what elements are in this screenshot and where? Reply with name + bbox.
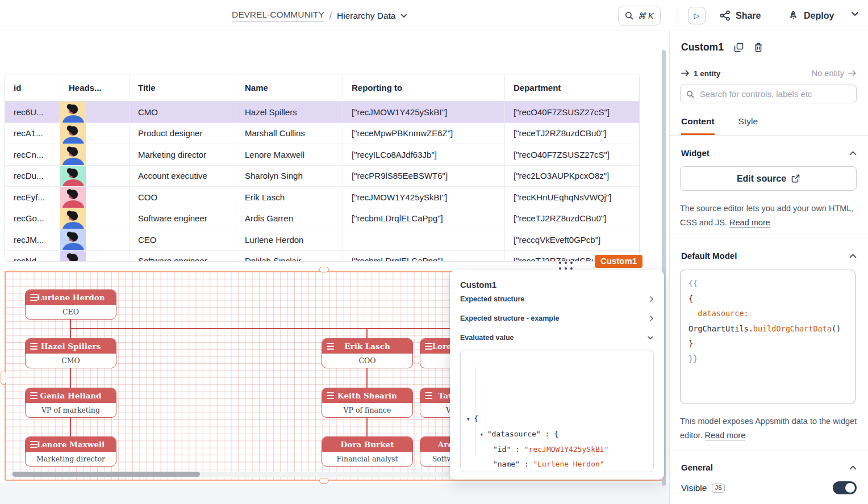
cell-title: Product designer [130,123,236,144]
org-node-name: Hazel Spillers [26,339,116,354]
table-row[interactable]: recCn...Marketing directorLenore Maxwell… [5,144,639,166]
org-node[interactable]: Genia HellandVP of marketing [25,388,116,418]
deploy-label: Deploy [804,11,834,21]
default-model-code-editor[interactable]: {{{ datasource:OrgChartUtils.buildOrgCha… [680,270,856,404]
avatar [60,166,86,187]
read-more-link[interactable]: Read more [729,218,770,228]
chevron-up-icon[interactable] [849,254,857,258]
tab-content[interactable]: Content [681,116,715,135]
column-header-department[interactable]: Department [505,74,640,101]
org-node[interactable]: Erik LaschCOO [322,338,413,368]
share-icon [720,10,731,21]
external-link-icon [791,174,800,183]
cell-department: ["recO40F7ZSUSZ27cS"] [505,102,640,123]
menu-icon[interactable] [425,392,432,399]
expected-structure-example-row[interactable]: Expected structure - example [460,309,654,328]
code-token [688,309,698,318]
edit-source-button[interactable]: Edit source [680,166,857,191]
resize-handle-top[interactable] [319,267,329,272]
top-header: DEVREL-COMMUNITY / Hierarchy Data ⌘ K ▷ … [0,0,868,31]
visible-toggle[interactable] [833,481,857,494]
code-token: datasource: [698,309,748,318]
table-row[interactable]: recEyf...COOErik Lasch["recJMOW1Y425ySkB… [5,187,639,208]
node-name-label: Keith Shearin [337,391,397,400]
breadcrumb-separator: / [329,11,332,21]
property-search-input[interactable] [699,89,850,99]
expand-arrow-icon[interactable]: ▾ [466,415,474,423]
prev-entity-nav[interactable]: 1 entity [681,69,720,78]
resize-handle-bottom[interactable] [319,478,329,484]
default-model-description: This model exposes Appsmith data to the … [680,414,859,443]
code-line: } [688,336,847,351]
menu-icon[interactable] [425,343,432,350]
resize-handle-left[interactable] [1,371,6,385]
tab-style[interactable]: Style [738,116,758,135]
widget-name-badge[interactable]: Custom1 [595,255,642,268]
table-row[interactable]: recA1...Product designerMarshall Cullins… [5,123,639,145]
menu-icon[interactable] [30,343,37,350]
run-button[interactable]: ▷ [688,7,706,24]
org-node[interactable]: Hazel SpillersCMO [25,338,116,368]
org-node[interactable]: Lenore MaxwellMarketing director [25,436,116,467]
menu-icon[interactable] [30,441,37,448]
cell-reporting-to: ["recJMOW1Y425ySkBI"] [343,102,505,123]
breadcrumb-app-name[interactable]: DEVREL-COMMUNITY [232,10,324,22]
next-entity-nav[interactable]: No entity [812,69,857,78]
column-header-reportingto[interactable]: Reporting to [343,74,505,101]
deploy-button[interactable]: Deploy [788,0,834,31]
chevron-up-icon[interactable] [849,151,857,156]
edit-source-description: The source editor lets you add your own … [680,201,859,230]
menu-icon[interactable] [327,343,334,350]
divider [670,238,868,238]
widget-section-header[interactable]: Widget [681,148,857,158]
property-pane: Custom1 1 entity No entity [669,31,868,504]
menu-icon[interactable] [30,392,37,399]
general-section-header[interactable]: General [681,463,857,472]
column-header-heads[interactable]: Heads... [60,74,130,101]
table-row[interactable]: recNd...Software engineerDelilah Sinclai… [5,251,639,262]
share-button[interactable]: Share [720,0,761,31]
table-row[interactable]: rec6U...CMOHazel Spillers["recJMOW1Y425y… [5,102,639,123]
org-chart-hscrollbar-thumb[interactable] [12,472,200,477]
code-line: { [688,291,847,306]
chevron-up-icon[interactable] [849,465,857,470]
read-more-link[interactable]: Read more [705,431,746,440]
table-row[interactable]: recJM...CEOLurlene Herdon["reccqVkEveft0… [5,229,639,251]
column-header-name[interactable]: Name [236,74,343,101]
delete-widget-icon[interactable] [754,43,763,52]
table-row[interactable]: recDu...Account executiveSharolyn Singh[… [5,166,639,187]
expected-structure-row[interactable]: Expected structure [460,289,654,309]
cell-id: recEyf... [5,187,60,208]
cell-id: recCn... [5,144,60,165]
toggle-knob [845,483,855,493]
menu-icon[interactable] [327,392,334,399]
cell-headshot [60,102,130,123]
widget-title[interactable]: Custom1 [681,41,724,53]
omnibar-search-button[interactable]: ⌘ K [618,6,661,26]
deploy-menu-chevron-icon[interactable] [851,11,859,16]
copy-widget-icon[interactable] [734,43,744,52]
chevron-down-icon [647,335,654,340]
evaluated-value-row[interactable]: Evaluated value [460,328,654,347]
org-node[interactable]: Dora BurketFinancial analyst [322,436,413,467]
column-header-id[interactable]: id [5,74,60,101]
org-node[interactable]: Keith ShearinVP of finance [322,388,413,418]
json-line: ▾ "datasource" : { [466,427,648,442]
table-row[interactable]: recGo...Software engineerArdis Garren["r… [5,208,639,230]
drag-handle-icon[interactable] [559,262,573,270]
column-header-title[interactable]: Title [130,74,236,101]
org-node[interactable]: Lurlene HerdonCEO [25,289,116,320]
code-token: OrgChartUtils [688,324,749,333]
chevron-down-icon[interactable] [400,14,407,18]
expand-arrow-icon[interactable]: ▾ [479,431,487,438]
cell-id: rec6U... [5,102,60,123]
play-icon: ▷ [694,11,700,20]
js-toggle-badge[interactable]: JS [712,484,724,493]
json-token: "name" [493,460,520,468]
visible-label: Visible [681,483,707,493]
cell-headshot [60,208,130,229]
breadcrumb-page-name[interactable]: Hierarchy Data [337,11,395,21]
default-model-section-header[interactable]: Default Model [681,251,857,261]
menu-icon[interactable] [30,294,37,301]
property-tabs: Content Style [681,116,758,135]
